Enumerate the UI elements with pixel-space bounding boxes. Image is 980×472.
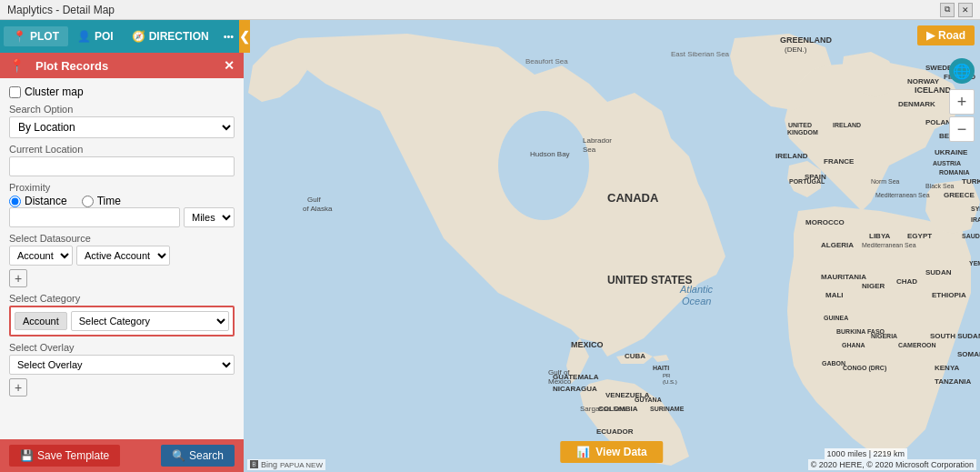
proximity-section: Proximity Distance Time xyxy=(9,182,235,227)
svg-text:SAUDI ARABIA: SAUDI ARABIA xyxy=(962,233,980,239)
svg-text:GUINEA: GUINEA xyxy=(824,315,848,321)
svg-text:SYRIA: SYRIA xyxy=(971,206,980,212)
time-radio-label[interactable]: Time xyxy=(82,195,121,207)
plot-button[interactable]: 📍 PLOT xyxy=(4,26,68,46)
svg-text:FRANCE: FRANCE xyxy=(824,157,855,166)
current-location-section: Current Location xyxy=(9,144,235,176)
svg-text:NICARAGUA: NICARAGUA xyxy=(553,385,597,393)
panel-close-button[interactable]: ✕ xyxy=(224,58,235,73)
distance-radio[interactable] xyxy=(9,196,21,207)
svg-text:Sea: Sea xyxy=(583,146,596,154)
save-template-label: Save Template xyxy=(37,449,109,462)
category-highlight-box: Account Select Category xyxy=(9,306,235,336)
map-area[interactable]: East Siberian Sea Beaufort Sea Hudson Ba… xyxy=(244,20,980,472)
close-button[interactable]: ✕ xyxy=(958,3,973,17)
svg-text:Atlantic: Atlantic xyxy=(679,284,714,295)
direction-button[interactable]: 🧭 DIRECTION xyxy=(123,26,218,46)
more-button[interactable]: ••• xyxy=(218,27,240,45)
distance-radio-label[interactable]: Distance xyxy=(9,195,67,207)
cluster-map-row: Cluster map xyxy=(9,85,235,98)
svg-text:Norm Sea: Norm Sea xyxy=(871,178,900,185)
plot-records-panel: 📍 Plot Records ✕ Cluster map Search Opti… xyxy=(0,53,244,472)
proximity-label: Proximity xyxy=(9,182,235,193)
poi-label: POI xyxy=(95,30,114,43)
svg-text:CHAD: CHAD xyxy=(896,277,917,286)
search-option-select[interactable]: By Location xyxy=(9,116,235,138)
svg-text:CONGO (DRC): CONGO (DRC) xyxy=(843,365,886,372)
svg-text:MAURITANIA: MAURITANIA xyxy=(821,273,866,281)
svg-text:SOMALIA: SOMALIA xyxy=(957,350,980,358)
svg-text:Gulf of: Gulf of xyxy=(548,368,570,377)
map-attribution: © 2020 HERE, © 2020 Microsoft Corporatio… xyxy=(808,459,976,470)
cluster-map-checkbox[interactable] xyxy=(9,86,21,98)
svg-text:AUSTRIA: AUSTRIA xyxy=(933,160,961,166)
svg-text:CUBA: CUBA xyxy=(625,352,645,360)
svg-text:Mediterranean Sea: Mediterranean Sea xyxy=(875,192,930,198)
svg-text:(U.S.): (U.S.) xyxy=(663,379,677,385)
bing-icon: 🅱 xyxy=(250,460,258,469)
svg-text:Ocean: Ocean xyxy=(682,296,711,306)
distance-unit-select[interactable]: Miles xyxy=(184,207,235,227)
search-option-label: Search Option xyxy=(9,104,235,115)
road-icon: ▶ xyxy=(926,29,935,42)
panel-title: Plot Records xyxy=(35,59,108,73)
svg-text:COLOMBIA: COLOMBIA xyxy=(598,405,638,413)
category-inner: Account Select Category xyxy=(15,311,229,331)
restore-button[interactable]: ⧉ xyxy=(940,3,955,17)
globe-icon[interactable]: 🌐 xyxy=(949,58,975,84)
svg-text:KINGDOM: KINGDOM xyxy=(787,129,818,136)
svg-text:TANZANIA: TANZANIA xyxy=(935,377,972,386)
plot-icon: 📍 xyxy=(13,30,26,43)
zoom-in-button[interactable]: + xyxy=(949,89,975,115)
save-template-button[interactable]: 💾 Save Template xyxy=(9,445,120,467)
datasource-section: Select Datasource Account Active Account… xyxy=(9,233,235,287)
papua-label: PAPUA NEW xyxy=(280,461,323,469)
svg-text:Mediterranean Sea: Mediterranean Sea xyxy=(862,242,916,248)
svg-text:(DEN.): (DEN.) xyxy=(785,45,807,54)
category-section: Select Category Account Select Category xyxy=(9,293,235,336)
left-panel: 📍 PLOT 👤 POI 🧭 DIRECTION ••• ❮ 📍 Plot Re… xyxy=(0,20,244,472)
collapse-button[interactable]: ❮ xyxy=(239,20,250,53)
search-label: Search xyxy=(189,449,224,462)
poi-button[interactable]: 👤 POI xyxy=(68,26,123,46)
zoom-out-button[interactable]: − xyxy=(949,116,975,142)
svg-text:NIGERIA: NIGERIA xyxy=(871,333,897,339)
svg-text:ECUADOR: ECUADOR xyxy=(596,427,634,436)
svg-text:ICELAND: ICELAND xyxy=(915,85,951,95)
svg-text:East Siberian Sea: East Siberian Sea xyxy=(671,50,730,58)
current-location-input[interactable] xyxy=(9,156,235,176)
map-scale: 1000 miles | 2219 km xyxy=(825,448,907,459)
titlebar: Maplytics - Detail Map ⧉ ✕ xyxy=(0,0,980,20)
svg-text:NIGER: NIGER xyxy=(862,282,885,290)
search-button[interactable]: 🔍 Search xyxy=(161,445,235,467)
map-top-right-controls: ▶ Road xyxy=(917,25,975,45)
svg-text:IRELAND: IRELAND xyxy=(833,122,861,128)
panel-header: 📍 Plot Records ✕ xyxy=(0,53,244,78)
distance-value-input[interactable] xyxy=(9,207,180,227)
svg-text:CAMEROON: CAMEROON xyxy=(898,342,936,348)
current-location-label: Current Location xyxy=(9,144,235,155)
view-data-button[interactable]: 📊 View Data xyxy=(560,441,663,463)
add-overlay-button[interactable]: + xyxy=(9,378,27,397)
svg-text:ETHIOPIA: ETHIOPIA xyxy=(932,291,966,299)
svg-text:SOUTH SUDAN: SOUTH SUDAN xyxy=(930,332,980,340)
road-label: Road xyxy=(938,29,965,42)
svg-text:Hudson Bay: Hudson Bay xyxy=(530,150,570,158)
category-label: Select Category xyxy=(9,293,235,304)
datasource-filter-select[interactable]: Active Account xyxy=(76,246,170,266)
svg-text:NORWAY: NORWAY xyxy=(907,77,940,85)
panel-body: Cluster map Search Option By Location Cu… xyxy=(0,78,244,404)
add-datasource-button[interactable]: + xyxy=(9,269,27,287)
datasource-select[interactable]: Account xyxy=(9,246,73,266)
category-select[interactable]: Select Category xyxy=(71,311,229,331)
svg-text:GUYANA: GUYANA xyxy=(635,397,662,403)
svg-text:CANADA: CANADA xyxy=(607,191,659,205)
svg-point-1 xyxy=(498,111,589,220)
svg-text:Black Sea: Black Sea xyxy=(925,183,955,189)
svg-text:of Alaska: of Alaska xyxy=(303,205,333,213)
cluster-map-label: Cluster map xyxy=(25,85,84,98)
svg-text:GREENLAND: GREENLAND xyxy=(780,35,833,45)
overlay-select[interactable]: Select Overlay xyxy=(9,355,235,375)
time-radio[interactable] xyxy=(82,196,94,207)
road-button[interactable]: ▶ Road xyxy=(917,25,975,45)
